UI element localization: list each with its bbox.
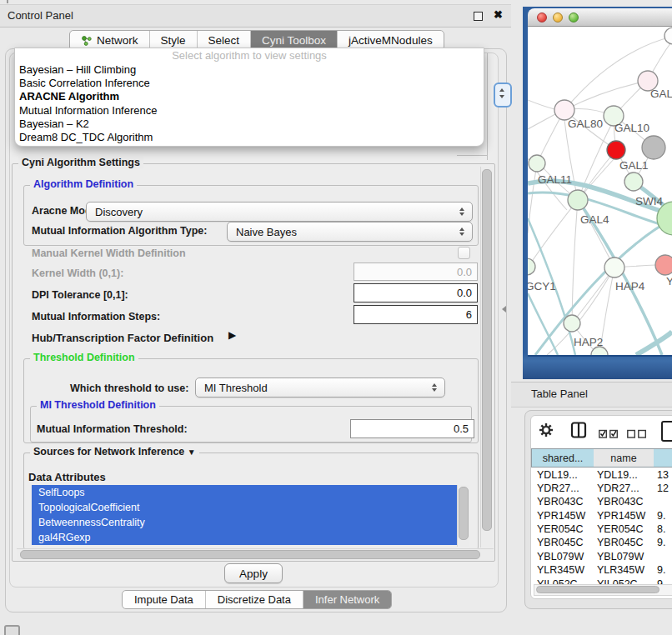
column-header-label: shared... <box>543 452 584 464</box>
cell: YLR345W <box>597 564 644 576</box>
toolbar-icon-partial[interactable] <box>661 421 672 442</box>
control-panel-titlebar: Control Panel ✖ <box>0 4 511 28</box>
node-gal1[interactable] <box>624 172 643 191</box>
hidden-group-border-fragment <box>487 53 488 160</box>
cell: YER054C <box>597 523 644 535</box>
node-label: GAL11 <box>538 173 572 186</box>
kernel-width-field[interactable]: 0.0 <box>354 262 478 281</box>
node-label: GAL1 <box>619 159 649 172</box>
cell: YDL19... <box>537 469 578 481</box>
cell: YIL052C <box>597 578 638 584</box>
cell: YBR043C <box>537 496 584 508</box>
mi-steps-label: Mutual Information Steps: <box>32 311 160 322</box>
node-hap4[interactable] <box>604 258 624 278</box>
manual-kernel-label: Manual Kernel Width Definition <box>32 248 186 259</box>
column-header-name[interactable]: name <box>594 448 654 468</box>
network-canvas[interactable]: GAL GAL80 GAL10 GAL1 GAL11 SWI4 GAL4 GCY… <box>528 27 672 355</box>
aracne-mode-combo[interactable]: Discovery <box>86 202 473 222</box>
list-item[interactable]: gal4RGexp <box>32 530 457 545</box>
tab-discretize-data[interactable]: Discretize Data <box>205 591 303 608</box>
table-panel-title: Table Panel <box>531 388 588 400</box>
cyni-algorithm-settings-title: Cyni Algorithm Settings <box>18 157 143 168</box>
menu-item[interactable]: Bayesian – K2 <box>15 118 484 131</box>
float-panel-icon[interactable] <box>474 12 483 21</box>
cell: YER054C <box>537 523 584 535</box>
tab-discretize-data-label: Discretize Data <box>218 593 291 606</box>
close-window-icon[interactable] <box>537 12 547 22</box>
menu-item[interactable]: Mutual Information Inference <box>15 104 484 118</box>
tab-impute-data[interactable]: Impute Data <box>123 591 205 608</box>
dock-panel-icon[interactable] <box>4 625 20 635</box>
node-salmon[interactable] <box>655 255 672 275</box>
manual-kernel-checkbox[interactable] <box>458 247 470 259</box>
hidden-combo-focus-fragment <box>494 82 512 108</box>
network-frame-shadow <box>528 355 672 357</box>
menu-item[interactable]: Bayesian – Hill Climbing <box>15 63 484 77</box>
sources-title[interactable]: Sources for Network Inference ▼ <box>30 446 199 458</box>
data-attributes-list: SelfLoops TopologicalCoefficient Between… <box>32 485 457 547</box>
table-body: YDL19... YDL19... 13 YDR27... YDR27... 1… <box>531 468 672 584</box>
node-partial-top[interactable] <box>664 28 672 44</box>
column-header-shared[interactable]: shared... <box>531 448 594 468</box>
sources-expanded-arrow-icon[interactable]: ▼ <box>188 448 196 457</box>
cell: YPR145W <box>597 510 645 522</box>
node-gray[interactable] <box>642 136 665 159</box>
mi-steps-field[interactable]: 6 <box>354 305 478 324</box>
table-horizontal-scrollbar[interactable] <box>534 584 672 596</box>
dpi-tolerance-field[interactable]: 0.0 <box>354 283 478 302</box>
node-label: Y <box>666 275 672 288</box>
column-header-partial[interactable] <box>654 448 672 468</box>
cell: YBL079W <box>537 551 584 562</box>
threshold-definition-title: Threshold Definition <box>30 352 138 363</box>
split-columns-icon[interactable] <box>570 422 587 442</box>
gear-icon[interactable] <box>539 422 554 441</box>
dpi-tolerance-value: 0.0 <box>457 287 472 299</box>
list-item[interactable]: SelfLoops <box>32 485 457 500</box>
mi-threshold-value: 0.5 <box>454 422 469 435</box>
settings-vertical-scrollbar[interactable] <box>480 167 492 548</box>
hidden-groupline-fragment <box>457 155 487 156</box>
node-gcy1[interactable] <box>528 258 535 275</box>
minimize-window-icon[interactable] <box>553 12 563 22</box>
mi-threshold-field[interactable]: 0.5 <box>350 419 474 438</box>
node-hap2[interactable] <box>564 315 580 332</box>
node-gal4[interactable] <box>568 190 588 210</box>
algorithm-dropdown-popup: Select algorithm to view settings Bayesi… <box>14 48 484 147</box>
node-label: GAL4 <box>580 213 609 226</box>
cell: YBR045C <box>537 537 584 548</box>
menu-item-aracne[interactable]: ARACNE Algorithm <box>15 90 484 103</box>
node-gal11[interactable] <box>529 155 545 172</box>
hub-collapsed-arrow-icon[interactable]: ▶ <box>228 329 236 341</box>
which-threshold-value: MI Threshold <box>196 382 428 394</box>
select-all-checks-icon[interactable] <box>599 427 619 442</box>
node-label: HAP2 <box>574 336 603 348</box>
node-label: GAL <box>650 88 672 100</box>
list-item[interactable]: TopologicalCoefficient <box>32 500 457 515</box>
tab-infer-network[interactable]: Infer Network <box>303 591 391 608</box>
mi-type-value: Naive Bayes <box>228 226 455 238</box>
mi-type-combo[interactable]: Naive Bayes <box>227 222 473 242</box>
network-window-titlebar[interactable] <box>528 8 672 27</box>
zoom-window-icon[interactable] <box>569 12 579 22</box>
which-threshold-combo[interactable]: MI Threshold <box>195 378 445 398</box>
hub-section-label[interactable]: Hub/Transcription Factor Definition <box>32 332 213 344</box>
apply-button[interactable]: Apply <box>224 563 283 583</box>
attributes-list-scrollbar[interactable] <box>457 485 469 547</box>
node-label: GAL10 <box>614 122 649 134</box>
menu-item[interactable]: Basic Correlation Inference <box>15 77 484 90</box>
aracne-mode-value: Discovery <box>87 206 455 218</box>
cell: YPR145W <box>537 510 585 522</box>
settings-horizontal-scrollbar[interactable] <box>17 548 494 560</box>
combo-spinner-icon <box>455 228 472 236</box>
tab-impute-data-label: Impute Data <box>134 593 193 606</box>
close-panel-icon[interactable]: ✖ <box>494 8 503 21</box>
network-icon <box>81 35 93 47</box>
cell: YDR27... <box>597 482 639 494</box>
combo-spinner-icon <box>428 383 444 392</box>
divider-collapse-icon[interactable] <box>502 306 506 312</box>
node-red[interactable] <box>607 141 625 159</box>
deselect-all-icon[interactable] <box>627 427 647 442</box>
bottom-tabbar: Impute Data Discretize Data Infer Networ… <box>122 590 392 609</box>
list-item[interactable]: BetweennessCentrality <box>32 515 457 530</box>
menu-item[interactable]: Dream8 DC_TDC Algorithm <box>15 131 484 144</box>
